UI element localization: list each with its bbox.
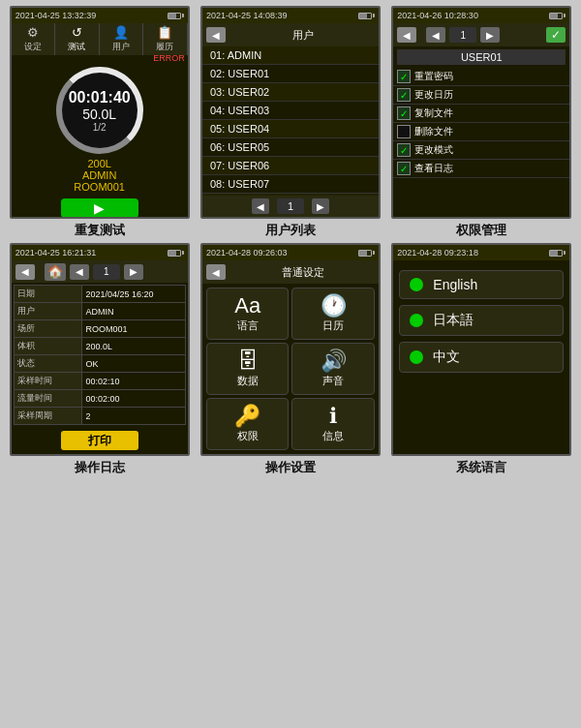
checkbox-0[interactable] [397,70,411,83]
user-icon: 👤 [113,25,129,40]
perm-row-4[interactable]: 更改模式 [393,141,569,160]
lang-item-english[interactable]: English [399,270,564,299]
battery-5 [358,250,375,257]
settings-item-calendar[interactable]: 🕐 日历 [291,288,375,340]
log-prev-button[interactable]: ◀ [70,264,89,280]
topbar-5: 2021-04-28 09:26:03 [202,245,379,260]
perm-row-2[interactable]: 复制文件 [393,105,569,123]
gauge-area: 00:01:40 50.0L 1/2 200L ADMIN ROOM001 ▶ [12,63,188,219]
log-next-button[interactable]: ▶ [124,264,143,280]
cell-permission: 2021-04-26 10:28:30 ◀ ◀ 1 ▶ ✓ USER01 [386,4,577,241]
user-list-container: 01: ADMIN 02: USER01 03: USER02 04: USER… [202,46,379,196]
back-button-3[interactable]: ◀ [397,27,416,43]
table-row: 用户 ADMIN [14,303,185,320]
perm-prev-button[interactable]: ◀ [426,27,445,43]
confirm-button[interactable]: ✓ [546,27,566,43]
log-page: 1 [93,264,120,280]
battery-2 [358,13,375,19]
nav-1: ⚙ 设定 ↺ 测试 👤 用户 📋 履历 [12,23,188,55]
topbar-4: 2021-04-25 16:21:31 [12,245,188,260]
battery-4 [168,250,184,257]
database-icon: 🗄 [237,350,259,372]
list-item[interactable]: 01: ADMIN [202,46,379,65]
perm-row-1[interactable]: 更改日历 [393,86,569,105]
table-row: 采样时间 00:02:10 [14,373,185,390]
caption-sys-lang: 系统语言 [456,459,506,476]
table-row: 场所 ROOM001 [14,320,185,338]
battery-6 [549,250,566,257]
datetime-4: 2021-04-25 16:21:31 [15,248,97,258]
list-item[interactable]: 04: USER03 [202,102,379,120]
permissions-list: 重置密码 更改日历 复制文件 删除文件 [393,68,569,178]
error-text: ERROR [12,53,188,63]
play-button[interactable]: ▶ [61,198,138,218]
caption-user-list: 用户列表 [265,222,316,239]
main-grid: 2021-04-25 13:32:39 ⚙ 设定 ↺ 测试 👤 [0,0,581,482]
list-item[interactable]: 06: USER05 [202,138,379,157]
perm-row-0[interactable]: 重置密码 [393,68,569,86]
lang-dot-japanese [410,314,423,327]
caption-op-settings: 操作设置 [265,459,316,476]
table-row: 流量时间 00:02:00 [14,390,185,408]
list-item[interactable]: 02: USER01 [202,65,379,83]
settings-item-info[interactable]: ℹ 信息 [291,398,375,450]
cell-repeat-test: 2021-04-25 13:32:39 ⚙ 设定 ↺ 测试 👤 [4,4,195,241]
checkbox-1[interactable] [397,88,411,102]
checkbox-4[interactable] [397,143,411,157]
perm-row-3[interactable]: 删除文件 [393,123,569,141]
checkbox-2[interactable] [397,106,411,120]
gauge-time: 00:01:40 [69,89,131,106]
back-button-2[interactable]: ◀ [206,27,226,43]
cell-user-list: 2021-04-25 14:08:39 ◀ 用户 01: ADMIN 02: U… [195,4,385,241]
perm-next-button[interactable]: ▶ [480,27,500,43]
nav-item-history[interactable]: 📋 履历 [143,23,188,55]
settings-item-data[interactable]: 🗄 数据 [206,343,290,395]
screen-permission: 2021-04-26 10:28:30 ◀ ◀ 1 ▶ ✓ USER01 [391,6,571,219]
checkbox-3[interactable] [397,125,411,138]
nav-item-user[interactable]: 👤 用户 [100,23,144,55]
log-header: ◀ 🏠 ◀ 1 ▶ [12,260,188,283]
home-button[interactable]: 🏠 [45,263,66,281]
caption-permission: 权限管理 [456,222,506,239]
datetime-6: 2021-04-28 09:23:18 [397,248,478,258]
info-room: ROOM001 [74,181,125,193]
gauge-fraction: 1/2 [93,122,107,133]
datetime-5: 2021-04-28 09:26:03 [206,248,288,258]
nav-item-test[interactable]: ↺ 测试 [55,23,100,55]
perm-row-5[interactable]: 查看日志 [393,160,569,178]
prev-page-button[interactable]: ◀ [252,198,269,214]
nav-item-settings[interactable]: ⚙ 设定 [12,23,56,55]
log-table: 日期 2021/04/25 16:20 用户 ADMIN 场所 ROOM001 [14,285,186,425]
settings-item-sound[interactable]: 🔊 声音 [291,343,375,395]
table-row: 体积 200.0L [14,338,185,355]
datetime-1: 2021-04-25 13:32:39 [15,11,97,20]
list-item[interactable]: 05: USER04 [202,120,379,138]
page-number: 1 [277,198,304,214]
user-list-title: 用户 [231,28,375,43]
list-item[interactable]: 08: USER07 [202,175,379,194]
back-button-4[interactable]: ◀ [15,264,35,280]
caption-repeat-test: 重复测试 [75,222,125,239]
topbar-6: 2021-04-28 09:23:18 [393,245,569,260]
settings-item-language[interactable]: Aa 语言 [206,288,290,340]
perm-nav-btns: ◀ 1 ▶ [426,27,542,43]
checkbox-5[interactable] [397,162,411,175]
back-button-5[interactable]: ◀ [206,264,226,280]
list-item[interactable]: 07: USER06 [202,157,379,175]
lang-item-chinese[interactable]: 中文 [399,342,564,373]
cell-sys-lang: 2021-04-28 09:23:18 English 日本語 [386,241,577,478]
print-button[interactable]: 打印 [61,431,138,450]
lang-item-japanese[interactable]: 日本語 [399,305,564,336]
next-page-button[interactable]: ▶ [312,198,329,214]
topbar-3: 2021-04-26 10:28:30 [393,8,569,23]
list-item[interactable]: 03: USER02 [202,83,379,102]
table-row: 状态 OK [14,355,185,373]
refresh-icon: ↺ [72,25,82,40]
table-row: 采样周期 2 [14,408,185,425]
settings-item-permission[interactable]: 🔑 权限 [206,398,290,450]
cell-op-settings: 2021-04-28 09:26:03 ◀ 普通设定 Aa 语言 🕐 [195,241,385,478]
caption-op-log: 操作日志 [75,459,125,476]
table-row: 日期 2021/04/25 16:20 [14,286,185,303]
perm-page: 1 [449,27,476,43]
language-icon: Aa [234,295,260,317]
